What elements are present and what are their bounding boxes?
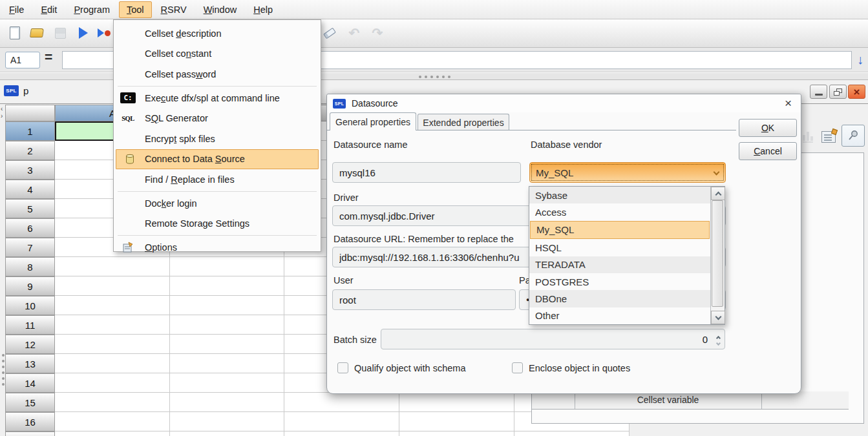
expand-formula-icon[interactable]: ↓	[853, 50, 867, 68]
row-header-15[interactable]: 15	[5, 393, 55, 412]
restore-button[interactable]	[829, 85, 847, 99]
tab-extended-properties[interactable]: Extended properties	[418, 114, 509, 130]
row-header-12[interactable]: 12	[5, 335, 55, 354]
row-header-8[interactable]: 8	[5, 257, 55, 276]
vendor-option-teradata[interactable]: TERADATA	[529, 256, 710, 273]
close-button[interactable]: ×	[848, 85, 865, 99]
vendor-scroll-thumb[interactable]	[712, 200, 723, 307]
cell-A15[interactable]	[55, 393, 170, 412]
menubar-item-rsrv[interactable]: RSRV	[153, 1, 195, 18]
properties-icon[interactable]	[819, 127, 838, 147]
menu-item-docker-login[interactable]: Docker login	[114, 193, 321, 214]
menu-item-connect-to-data-source[interactable]: Connect to Data Source	[116, 149, 319, 170]
cell-A12[interactable]	[55, 335, 170, 354]
vendor-scroll-down-icon[interactable]	[711, 311, 725, 324]
menu-item-encrypt-splx-files[interactable]: Encrypt splx files	[114, 129, 321, 149]
cell-B14[interactable]	[170, 373, 284, 393]
cell-A16[interactable]	[55, 412, 170, 431]
row-header-1[interactable]: 1	[5, 121, 55, 141]
cancel-button[interactable]: Cancel	[739, 142, 797, 160]
open-file-icon[interactable]	[28, 25, 45, 41]
minimize-button[interactable]	[810, 85, 827, 99]
vendor-option-dbone[interactable]: DBOne	[529, 290, 710, 307]
cell-B10[interactable]	[170, 296, 284, 315]
batch-size-input[interactable]: 0	[381, 329, 725, 349]
run-to-cursor-icon[interactable]	[96, 25, 112, 41]
cell-C15[interactable]	[284, 393, 399, 412]
cell-B9[interactable]	[170, 276, 284, 296]
cell-D16[interactable]	[399, 412, 514, 431]
batch-size-stepper[interactable]	[717, 335, 720, 347]
menu-item-cellset-description[interactable]: Cellset description	[114, 23, 321, 44]
row-header-9[interactable]: 9	[5, 276, 55, 296]
ok-button[interactable]: OK	[739, 119, 797, 137]
cell-B17[interactable]	[170, 431, 284, 436]
cell-reference-box[interactable]: A1	[5, 52, 40, 68]
row-header-17[interactable]: 17	[5, 431, 55, 436]
menu-item-remote-storage-settings[interactable]: Remote Storage Settings	[114, 213, 321, 234]
vendor-list-scrollbar[interactable]	[710, 187, 725, 324]
row-header-13[interactable]: 13	[5, 354, 55, 373]
cell-A11[interactable]	[55, 315, 170, 335]
menu-item-cellset-constant[interactable]: Cellset constant	[114, 44, 321, 65]
cell-E17[interactable]	[514, 431, 630, 436]
cell-A14[interactable]	[55, 373, 170, 393]
cell-A10[interactable]	[55, 296, 170, 315]
cell-B8[interactable]	[170, 257, 284, 276]
row-header-11[interactable]: 11	[5, 315, 55, 335]
dialog-close-icon[interactable]: ×	[785, 96, 792, 111]
menu-item-execute-dfx-spl-at-command-line[interactable]: C:Execute dfx/spl at command line	[114, 88, 321, 109]
vendor-scroll-up-icon[interactable]	[711, 187, 725, 200]
cell-D17[interactable]	[399, 431, 514, 436]
menu-item-options[interactable]: Options	[114, 237, 321, 258]
run-icon[interactable]	[75, 25, 92, 41]
row-header-10[interactable]: 10	[5, 296, 55, 315]
menubar-item-edit[interactable]: Edit	[33, 1, 65, 18]
cell-A9[interactable]	[55, 276, 170, 296]
qualify-schema-checkbox[interactable]	[337, 362, 348, 373]
pin-icon[interactable]	[842, 125, 865, 147]
user-input[interactable]	[332, 289, 516, 310]
dialog-title-bar[interactable]: SPL Datasource ×	[327, 94, 801, 112]
cell-B11[interactable]	[170, 315, 284, 335]
row-header-2[interactable]: 2	[5, 141, 55, 160]
vendor-option-postgres[interactable]: POSTGRES	[529, 273, 710, 290]
row-header-4[interactable]: 4	[5, 180, 55, 199]
cell-C16[interactable]	[284, 412, 399, 431]
database-vendor-combo[interactable]: My_SQL	[529, 162, 726, 183]
sheet-tab[interactable]: SPL p	[4, 85, 28, 96]
cell-D15[interactable]	[399, 393, 514, 412]
row-header-6[interactable]: 6	[5, 218, 55, 238]
new-file-icon[interactable]	[6, 25, 23, 41]
grid-corner-header[interactable]	[5, 105, 55, 121]
splitter-handle[interactable]	[419, 76, 450, 78]
vendor-option-my-sql[interactable]: My_SQL	[530, 221, 710, 239]
row-header-16[interactable]: 16	[5, 412, 55, 431]
menu-item-cellset-password[interactable]: Cellset password	[114, 64, 321, 85]
tab-general-properties[interactable]: General properties	[330, 112, 416, 130]
cell-B13[interactable]	[170, 354, 284, 373]
menubar-item-window[interactable]: Window	[196, 1, 245, 18]
menubar-item-file[interactable]: File	[1, 1, 32, 18]
enclose-quotes-checkbox[interactable]	[512, 362, 523, 373]
cell-B15[interactable]	[170, 393, 284, 412]
vendor-option-other[interactable]: Other	[529, 307, 710, 324]
datasource-name-input[interactable]	[332, 162, 521, 183]
row-header-5[interactable]: 5	[5, 199, 55, 218]
vendor-option-access[interactable]: Access	[529, 203, 710, 220]
menu-item-find-replace-in-files[interactable]: Find / Replace in files	[114, 169, 321, 190]
vendor-option-sybase[interactable]: Sybase	[529, 187, 710, 203]
cell-B16[interactable]	[170, 412, 284, 431]
cell-C17[interactable]	[284, 431, 399, 436]
cell-A8[interactable]	[55, 257, 170, 276]
row-header-3[interactable]: 3	[5, 160, 55, 180]
pane-scroll-right-icon[interactable]: ›	[1, 113, 6, 119]
cell-B12[interactable]	[170, 335, 284, 354]
clear-icon[interactable]	[321, 25, 338, 41]
vendor-option-hsql[interactable]: HSQL	[529, 239, 710, 256]
row-header-7[interactable]: 7	[5, 238, 55, 257]
menubar-item-tool[interactable]: Tool	[119, 1, 152, 18]
menubar-item-help[interactable]: Help	[246, 1, 281, 18]
cell-A13[interactable]	[55, 354, 170, 373]
vertical-splitter-handle[interactable]	[2, 354, 5, 386]
